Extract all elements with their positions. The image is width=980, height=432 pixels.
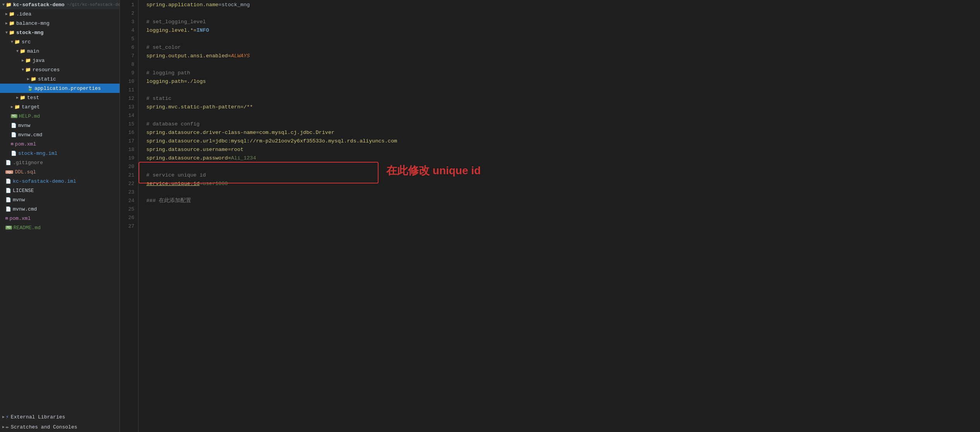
file-icon: 📄 [5, 197, 11, 203]
line-num: 16 [120, 129, 134, 137]
item-label: static [38, 76, 56, 82]
code-line: spring.datasource.url=jdbc:mysql://rm-p2… [146, 137, 980, 146]
arrow-icon: ▼ [11, 40, 13, 44]
line-numbers: 1 2 3 4 5 6 7 8 9 10 11 12 13 14 15 16 1… [120, 0, 139, 432]
item-label: pom.xml [10, 216, 31, 221]
code-token: service.unique.id [146, 180, 200, 188]
code-line-22: service.unique.id=user1000 [146, 180, 980, 188]
xml-icon: m [5, 216, 8, 221]
sidebar-item-pom-xml[interactable]: m pom.xml [0, 139, 120, 149]
folder-icon: 📁 [14, 39, 20, 45]
code-area: 1 2 3 4 5 6 7 8 9 10 11 12 13 14 15 16 1… [120, 0, 980, 432]
code-token: spring.application.name [146, 1, 218, 9]
code-content[interactable]: spring.application.name=stock_mng # set_… [139, 0, 980, 432]
line-num: 18 [120, 146, 134, 154]
sidebar-item-resources[interactable]: ▼ 📁 resources [0, 65, 120, 74]
code-line: logging.path=./logs [146, 77, 980, 86]
sidebar-item-mvnw-cmd-root[interactable]: 📄 mvnw.cmd [0, 204, 120, 214]
line-num: 27 [120, 222, 134, 231]
folder-icon: 📁 [20, 95, 26, 101]
md-badge: MD [5, 226, 12, 230]
item-label: stock-mng.iml [18, 151, 57, 156]
sidebar-item-idea[interactable]: ▶ 📁 .idea [0, 9, 120, 19]
md-badge: MD [11, 114, 17, 118]
code-line: # logging path [146, 69, 980, 77]
item-label: src [22, 39, 31, 45]
xml-icon: m [11, 142, 14, 146]
sidebar-item-target[interactable]: ▶ 📁 target [0, 102, 120, 111]
code-line [146, 35, 980, 43]
code-token: # set_logging_level [146, 18, 206, 26]
code-line: spring.output.ansi.enabled=ALWAYS [146, 52, 980, 60]
arrow-icon: ▼ [16, 49, 19, 53]
sidebar-item-main[interactable]: ▼ 📁 main [0, 46, 120, 56]
sidebar-item-test[interactable]: ▶ 📁 test [0, 93, 120, 102]
root-path: ~/git/kc-sofastack-demo [67, 2, 120, 7]
sidebar-item-java[interactable]: ▶ 📁 java [0, 56, 120, 65]
line-num: 7 [120, 52, 134, 60]
sidebar-item-kc-iml[interactable]: 📄 kc-sofastack-demo.iml [0, 177, 120, 186]
code-token: # service unique id [146, 171, 206, 180]
item-label: .gitignore [13, 160, 43, 166]
line-num: 10 [120, 77, 134, 86]
code-line [146, 9, 980, 18]
sidebar-root[interactable]: ▼ 📁 kc-sofastack-demo ~/git/kc-sofastack… [0, 0, 120, 9]
sidebar-item-application-properties[interactable]: 🍃 application.properties [0, 84, 120, 93]
item-label: main [27, 48, 39, 54]
code-token: ALWAYS [231, 52, 250, 60]
line-num: 8 [120, 60, 134, 69]
item-label: mvnw [13, 197, 25, 203]
code-line: # database config [146, 120, 980, 129]
item-label: Scratches and Consoles [11, 424, 77, 430]
sidebar-item-scratches[interactable]: ▶ ✏️ Scratches and Consoles [0, 422, 120, 432]
sidebar-item-static[interactable]: ▶ 📁 static [0, 74, 120, 84]
file-icon: 📄 [5, 188, 11, 194]
code-line: spring.application.name=stock_mng [146, 1, 980, 9]
line-num: 1 [120, 1, 134, 9]
item-label: HELP.md [19, 113, 40, 119]
sidebar-item-license[interactable]: 📄 LICENSE [0, 186, 120, 195]
arrow-icon: ▼ [5, 31, 8, 35]
editor-area: 1 2 3 4 5 6 7 8 9 10 11 12 13 14 15 16 1… [120, 0, 980, 432]
file-icon: 📄 [11, 132, 17, 138]
sidebar-item-stock-mng[interactable]: ▼ 📁 stock-mng [0, 28, 120, 37]
sidebar-item-mvnw-cmd[interactable]: 📄 mvnw.cmd [0, 130, 120, 139]
folder-icon: 📁 [20, 48, 26, 54]
code-token: # database config [146, 120, 200, 129]
line-num: 5 [120, 35, 134, 43]
folder-icon: 📁 [6, 2, 12, 8]
sidebar-item-mvnw-root[interactable]: 📄 mvnw [0, 195, 120, 204]
sidebar-item-ddl-sql[interactable]: SQL DDL.sql [0, 167, 120, 177]
sidebar-item-src[interactable]: ▼ 📁 src [0, 37, 120, 46]
line-num: 25 [120, 205, 134, 214]
item-label: .idea [16, 11, 31, 17]
item-label: target [22, 104, 40, 110]
code-token: =stock_mng [218, 1, 250, 9]
sidebar: ▼ 📁 kc-sofastack-demo ~/git/kc-sofastack… [0, 0, 120, 432]
arrow-icon: ▶ [2, 425, 5, 429]
sidebar-item-pom-xml-root[interactable]: m pom.xml [0, 214, 120, 223]
line-num: 24 [120, 197, 134, 205]
sidebar-item-balance-mng[interactable]: ▶ 📁 balance-mng [0, 19, 120, 28]
line-num: 11 [120, 86, 134, 94]
item-label: kc-sofastack-demo.iml [13, 178, 76, 184]
code-line [146, 111, 980, 120]
line-num: 14 [120, 111, 134, 120]
sidebar-item-gitignore[interactable]: 📄 .gitignore [0, 158, 120, 167]
code-token: logging.level.*= [146, 26, 197, 35]
arrow-icon: ▶ [2, 415, 5, 419]
sidebar-item-external-libraries[interactable]: ▶ ⚡ External Libraries [0, 412, 120, 422]
code-line: spring.datasource.password=Ali_1234 [146, 154, 980, 163]
sidebar-item-help-md[interactable]: MD HELP.md [0, 111, 120, 121]
sidebar-item-mvnw[interactable]: 📄 mvnw [0, 121, 120, 130]
arrow-icon: ▶ [16, 95, 19, 100]
arrow-icon: ▶ [22, 58, 24, 63]
line-num: 13 [120, 103, 134, 111]
sidebar-item-readme[interactable]: MD README.md [0, 223, 120, 232]
sidebar-item-stock-mng-iml[interactable]: 📄 stock-mng.iml [0, 149, 120, 158]
code-token: # static [146, 94, 171, 103]
folder-icon: 📁 [25, 67, 31, 73]
code-token: spring.datasource.url=jdbc:mysql://rm-p2… [146, 137, 397, 146]
arrow-icon: ▶ [11, 105, 13, 109]
scratch-icon: ✏️ [6, 424, 9, 430]
